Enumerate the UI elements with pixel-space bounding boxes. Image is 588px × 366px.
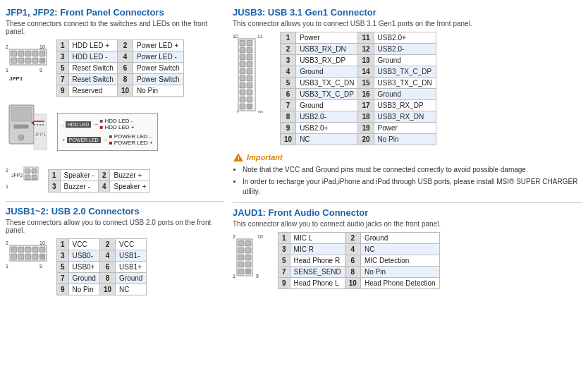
table-row: 4 Ground 14 USB3_TX_C_DP: [281, 66, 436, 78]
svg-rect-36: [18, 247, 24, 252]
svg-rect-78: [245, 240, 251, 246]
svg-text:20: 20: [257, 110, 263, 113]
svg-text:9: 9: [256, 274, 259, 278]
svg-rect-68: [247, 97, 252, 102]
jaud1-connector-graphic: 2 10: [233, 232, 269, 278]
svg-rect-85: [238, 269, 244, 274]
table-row: 5 Reset Switch 6 Power Switch: [57, 63, 184, 74]
svg-rect-67: [247, 90, 252, 95]
svg-rect-31: [32, 175, 37, 180]
svg-rect-65: [247, 75, 252, 81]
wiring-diagram: - HDD LED → ■ HDD LED - ■ HDD LED + + PO…: [57, 113, 158, 151]
table-row: 5 USB3_TX_C_DN 15 USB3_TX_C_DN: [281, 78, 436, 89]
table-row: 7 SENSE_SEND 8 No Pin: [278, 267, 440, 278]
svg-text:JFP2: JFP2: [11, 173, 23, 178]
svg-text:9: 9: [39, 264, 42, 269]
svg-rect-57: [240, 90, 245, 95]
jusb12-table: 1 VCC 2 VCC 3 USB0- 4 USB1- 5 USB0+ 6 US…: [56, 238, 147, 295]
svg-rect-79: [238, 248, 244, 253]
jusb3-desc: This connector allows you to connect USB…: [233, 20, 582, 28]
jaud1-title: JAUD1: Front Audio Connector: [233, 207, 582, 218]
svg-text:JFP1: JFP1: [9, 75, 23, 82]
svg-rect-77: [238, 240, 244, 246]
svg-text:!: !: [238, 155, 240, 161]
svg-rect-44: [39, 254, 45, 260]
svg-rect-35: [11, 247, 17, 252]
svg-rect-42: [25, 254, 31, 260]
table-row: 9 Head Phone L 10 Head Phone Detection: [278, 278, 440, 289]
jusb12-desc: These connectors allow you to connect US…: [6, 219, 224, 234]
svg-rect-66: [247, 83, 252, 88]
table-row: 9 No Pin 10 NC: [57, 284, 147, 295]
svg-text:10: 10: [39, 240, 45, 245]
table-row: 9 Reserved 10 No Pin: [57, 85, 184, 97]
svg-rect-9: [25, 58, 31, 63]
jusb3-connector-graphic: 10 11: [233, 32, 271, 113]
svg-rect-4: [25, 51, 31, 56]
jfp1-table: 1 HDD LED + 2 Power LED + 3 HDD LED - 4 …: [56, 39, 184, 97]
svg-rect-80: [245, 248, 251, 253]
svg-text:2: 2: [233, 234, 235, 239]
svg-text:1: 1: [6, 184, 8, 189]
svg-rect-63: [247, 61, 252, 67]
svg-rect-51: [240, 47, 245, 53]
jaud1-desc: This connector allow you to connect audi…: [233, 220, 582, 228]
jusb12-title: JUSB1~2: USB 2.0 Connectors: [6, 206, 224, 216]
svg-rect-50: [240, 40, 245, 46]
svg-rect-38: [32, 247, 38, 252]
svg-rect-84: [245, 262, 251, 267]
jfp2-connector-graphic: 2 1 JFP2: [6, 166, 41, 194]
table-row: 7 Ground 17 USB3_RX_DP: [281, 100, 436, 111]
table-row: 2 USB3_RX_DN 12 USB2.0-: [281, 44, 436, 55]
svg-rect-69: [247, 104, 252, 109]
svg-rect-52: [240, 54, 245, 60]
svg-rect-30: [25, 175, 30, 180]
svg-rect-8: [18, 58, 24, 63]
table-row: 9 USB2.0+ 19 Power: [281, 123, 436, 134]
important-item: In order to recharge your iPad,iPhone an…: [243, 177, 582, 197]
svg-rect-3: [18, 51, 24, 56]
svg-text:2: 2: [6, 44, 8, 49]
jusb3-title: JUSB3: USB 3.1 Gen1 Connector: [233, 7, 582, 18]
svg-rect-19: [14, 125, 28, 128]
svg-text:9: 9: [39, 68, 42, 73]
svg-rect-5: [32, 51, 38, 56]
table-row: 1 VCC 2 VCC: [57, 239, 147, 250]
svg-rect-56: [240, 83, 245, 88]
table-row: 3 Buzzer - 4 Speaker +: [49, 181, 150, 192]
svg-rect-37: [25, 247, 31, 252]
svg-rect-61: [247, 47, 252, 53]
svg-text:10: 10: [233, 34, 238, 39]
svg-rect-41: [18, 254, 24, 260]
svg-rect-59: [240, 104, 245, 109]
svg-rect-55: [240, 75, 245, 81]
table-row: 6 USB3_TX_C_DP 16 Ground: [281, 89, 436, 100]
table-row: 1 MIC L 2 Ground: [278, 233, 440, 244]
jaud1-table: 1 MIC L 2 Ground 3 MIC R 4 NC 5 Head Pho…: [278, 232, 440, 289]
svg-rect-54: [240, 68, 245, 74]
svg-text:1: 1: [233, 274, 235, 278]
jusb12-connector-graphic: 2 10: [6, 238, 49, 282]
table-row: 7 Reset Switch 8 Power Switch: [57, 74, 184, 85]
svg-text:11: 11: [257, 34, 263, 39]
svg-rect-7: [11, 58, 17, 63]
important-label: Important: [247, 153, 283, 161]
svg-text:2: 2: [6, 168, 8, 173]
table-row: 8 USB2.0- 18 USB3_RX_DN: [281, 111, 436, 123]
svg-rect-58: [240, 97, 245, 102]
svg-point-18: [18, 135, 24, 140]
svg-rect-64: [247, 68, 252, 74]
jfp2-table: 1 Speaker - 2 Buzzer + 3 Buzzer - 4 Spea…: [48, 169, 150, 193]
table-row: 1 Power 11 USB2.0+: [281, 32, 436, 44]
svg-rect-6: [39, 51, 45, 56]
jfp1-title: JFP1, JFP2: Front Panel Connectors: [6, 7, 224, 18]
svg-text:2: 2: [6, 240, 8, 245]
table-row: 3 HDD LED - 4 Power LED -: [57, 51, 184, 63]
svg-rect-28: [25, 169, 30, 173]
svg-rect-10: [32, 58, 38, 63]
jfp1-desc: These connectors connect to the switches…: [6, 20, 224, 35]
svg-text:10: 10: [257, 234, 263, 239]
svg-rect-62: [247, 54, 252, 60]
svg-rect-11: [39, 58, 45, 63]
svg-text:1: 1: [6, 264, 8, 269]
